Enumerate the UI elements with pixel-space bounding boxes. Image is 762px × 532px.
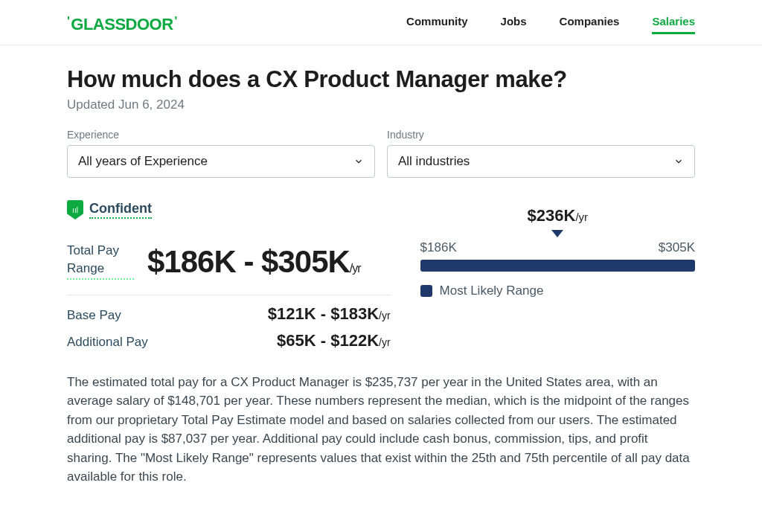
- nav-jobs[interactable]: Jobs: [501, 15, 527, 34]
- experience-value: All years of Experience: [78, 154, 208, 169]
- legend-label: Most Likely Range: [440, 283, 544, 298]
- range-max: $305K: [659, 240, 695, 255]
- range-bar: [420, 260, 695, 272]
- industry-value: All industries: [398, 154, 470, 169]
- additional-pay-range: $65K - $122K/yr: [277, 331, 391, 350]
- median-value: $236K/yr: [420, 206, 695, 225]
- pointer-icon: [551, 230, 563, 237]
- main-nav: Community Jobs Companies Salaries: [406, 15, 695, 34]
- range-min: $186K: [420, 240, 457, 255]
- description: The estimated total pay for a CX Product…: [67, 373, 695, 487]
- shield-icon: ııl: [67, 200, 83, 219]
- chevron-down-icon: [673, 156, 684, 167]
- legend-swatch: [420, 285, 432, 297]
- industry-label: Industry: [387, 129, 695, 141]
- additional-pay-label: Additional Pay: [67, 335, 148, 350]
- industry-select[interactable]: All industries: [387, 145, 695, 178]
- base-pay-range: $121K - $183K/yr: [268, 304, 391, 324]
- experience-select[interactable]: All years of Experience: [67, 145, 375, 178]
- nav-salaries[interactable]: Salaries: [652, 15, 695, 34]
- base-pay-label: Base Pay: [67, 308, 121, 323]
- nav-companies[interactable]: Companies: [560, 15, 620, 34]
- confidence-label[interactable]: Confident: [89, 201, 152, 219]
- total-pay-label[interactable]: Total Pay Range: [67, 242, 134, 280]
- updated-date: Updated Jun 6, 2024: [67, 97, 695, 112]
- page-title: How much does a CX Product Manager make?: [67, 66, 695, 93]
- experience-label: Experience: [67, 129, 375, 141]
- nav-community[interactable]: Community: [406, 15, 468, 34]
- total-pay-range: $186K - $305K/yr: [147, 245, 361, 279]
- logo[interactable]: 'glassdoor': [67, 15, 177, 34]
- chevron-down-icon: [353, 156, 364, 167]
